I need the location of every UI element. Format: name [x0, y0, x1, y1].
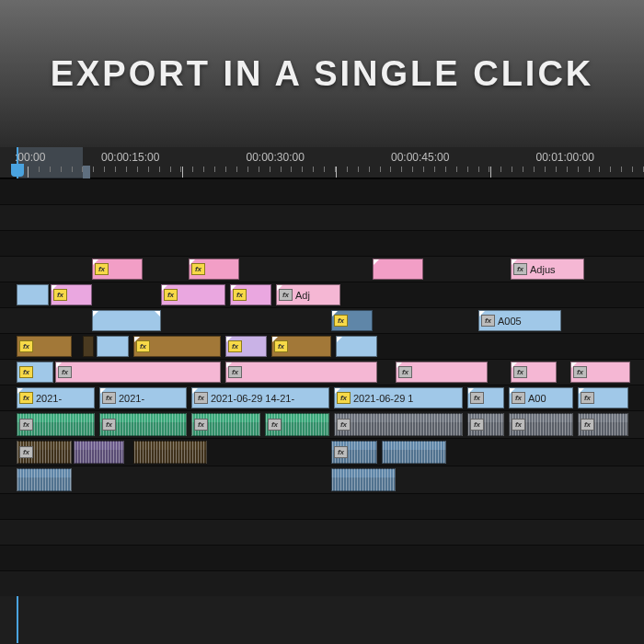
audio-track[interactable]: fx fx [0, 438, 644, 466]
audio-clip[interactable]: fx [191, 413, 260, 436]
clip[interactable]: fx [225, 362, 377, 383]
clip[interactable]: fxA005 [478, 310, 561, 331]
fx-badge-icon: fx [470, 392, 484, 404]
fx-badge-icon: fx [191, 263, 205, 275]
clip[interactable]: fx [55, 362, 221, 383]
audio-track [0, 519, 644, 545]
clip[interactable]: fx2021- [99, 387, 187, 408]
fx-badge-icon: fx [481, 315, 495, 327]
video-track[interactable]: fx fx fx fx [0, 333, 644, 359]
fx-badge-icon: fx [334, 315, 348, 327]
clip[interactable]: fx2021-06-29 14-21- [191, 387, 329, 408]
audio-track[interactable] [0, 466, 644, 493]
clip[interactable]: fx [467, 387, 504, 408]
fx-badge-icon: fx [19, 419, 33, 431]
clip[interactable]: fxAdj [276, 284, 340, 305]
audio-track [0, 570, 644, 596]
timecode-mark: 00:01:00:00 [536, 151, 594, 164]
video-track[interactable]: fx2021- fx2021- fx2021-06-29 14-21- fx20… [0, 385, 644, 410]
timeline-panel[interactable]: :00:00 00:00:15:00 00:00:30:00 00:00:45:… [0, 147, 644, 644]
clip[interactable]: fx [17, 336, 72, 357]
clip[interactable]: fx [578, 387, 628, 408]
clip[interactable]: fx [189, 259, 239, 280]
fx-badge-icon: fx [581, 419, 594, 431]
timecode-mark: 00:00:30:00 [247, 151, 305, 164]
clip[interactable]: fx [133, 336, 221, 357]
fx-badge-icon: fx [573, 366, 587, 378]
audio-clip[interactable] [133, 441, 207, 464]
promo-banner: EXPORT IN A SINGLE CLICK [0, 0, 644, 147]
fx-badge-icon: fx [228, 340, 242, 352]
fx-badge-icon: fx [102, 419, 116, 431]
video-track[interactable]: fx fx fx fx fx fx [0, 359, 644, 385]
clip[interactable]: fx [230, 284, 271, 305]
fx-badge-icon: fx [581, 392, 594, 404]
clip[interactable] [83, 336, 94, 357]
audio-clip[interactable]: fx [99, 413, 187, 436]
fx-badge-icon: fx [268, 419, 282, 431]
fx-badge-icon: fx [19, 392, 33, 404]
audio-clip[interactable]: fx [265, 413, 329, 436]
clip[interactable]: fx2021-06-29 1 [334, 387, 463, 408]
audio-clip[interactable]: fx [467, 413, 504, 436]
fx-badge-icon: fx [337, 392, 351, 404]
fx-badge-icon: fx [53, 289, 67, 301]
clip[interactable] [17, 284, 49, 305]
fx-badge-icon: fx [334, 446, 348, 458]
fx-badge-icon: fx [95, 263, 109, 275]
clip[interactable]: fx [511, 362, 557, 383]
fx-badge-icon: fx [102, 392, 116, 404]
clip[interactable]: fx [17, 362, 53, 383]
video-track[interactable]: fx fx fx fxAdj [0, 282, 644, 307]
clip[interactable]: fxAdjus [511, 259, 584, 280]
fx-badge-icon: fx [512, 392, 525, 404]
clip[interactable] [373, 259, 423, 280]
timecode-mark: 00:00:15:00 [101, 151, 159, 164]
clip[interactable]: fx2021- [17, 387, 95, 408]
clip[interactable]: fx [161, 284, 225, 305]
fx-badge-icon: fx [164, 289, 178, 301]
audio-clip[interactable]: fx [331, 441, 377, 464]
clip[interactable]: fx [570, 362, 630, 383]
fx-badge-icon: fx [194, 392, 208, 404]
audio-clip[interactable] [17, 468, 72, 491]
fx-badge-icon: fx [279, 289, 293, 301]
video-track[interactable]: fx fxA005 [0, 307, 644, 333]
clip[interactable]: fx [396, 362, 488, 383]
tracks-container: fx fx fxAdjus fx fx fx fxAdj fx fxA005 f… [0, 178, 644, 596]
clip[interactable]: fx [331, 310, 373, 331]
fx-badge-icon: fx [470, 419, 484, 431]
audio-clip[interactable]: fx [578, 413, 628, 436]
fx-badge-icon: fx [398, 366, 412, 378]
clip[interactable]: fx [92, 259, 143, 280]
fx-badge-icon: fx [512, 419, 525, 431]
clip[interactable] [336, 336, 377, 357]
fx-badge-icon: fx [136, 340, 150, 352]
clip[interactable]: fxA00 [509, 387, 573, 408]
video-track[interactable]: fx fx fxAdjus [0, 256, 644, 282]
video-track [0, 230, 644, 256]
clip[interactable] [97, 336, 129, 357]
audio-clip[interactable] [382, 441, 446, 464]
clip[interactable]: fx [51, 284, 92, 305]
audio-clip[interactable]: fx [17, 441, 72, 464]
fx-badge-icon: fx [58, 366, 72, 378]
fx-badge-icon: fx [19, 366, 33, 378]
fx-badge-icon: fx [19, 446, 33, 458]
audio-clip[interactable]: fx [17, 413, 95, 436]
audio-clip[interactable] [74, 441, 124, 464]
audio-track[interactable]: fx fx fx fx fx fx fx fx [0, 410, 644, 438]
fx-badge-icon: fx [194, 419, 208, 431]
clip[interactable] [92, 310, 161, 331]
clip[interactable]: fx [271, 336, 331, 357]
fx-badge-icon: fx [19, 340, 33, 352]
fx-badge-icon: fx [274, 340, 288, 352]
time-ruler[interactable]: :00:00 00:00:15:00 00:00:30:00 00:00:45:… [0, 147, 644, 178]
video-track [0, 178, 644, 204]
audio-clip[interactable] [331, 468, 396, 491]
fx-badge-icon: fx [228, 366, 242, 378]
audio-clip[interactable]: fx [509, 413, 573, 436]
audio-track [0, 493, 644, 519]
clip[interactable]: fx [225, 336, 267, 357]
audio-clip[interactable]: fx [334, 413, 463, 436]
